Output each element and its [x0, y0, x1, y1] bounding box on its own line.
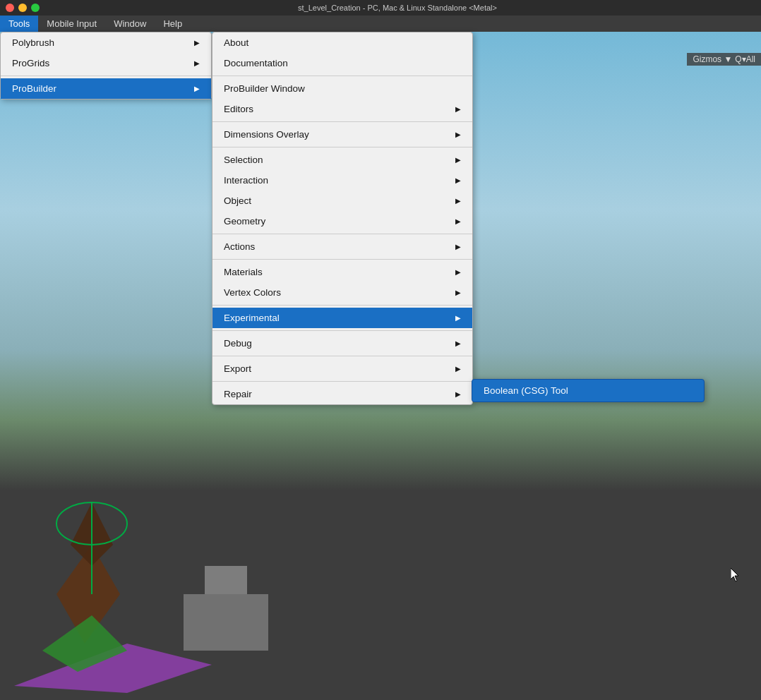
export-item[interactable]: Export ▶: [212, 358, 472, 379]
experimental-submenu: Boolean (CSG) Tool: [472, 379, 705, 402]
pb-divider-9: [212, 381, 472, 382]
close-button[interactable]: [6, 4, 14, 12]
interaction-arrow: ▶: [455, 176, 461, 184]
traffic-lights: [6, 4, 40, 12]
menu-item-tools[interactable]: Tools: [0, 16, 38, 32]
actions-arrow: ▶: [455, 243, 461, 251]
tools-divider-1: [1, 76, 211, 76]
pb-divider-4: [212, 234, 472, 234]
dimensions-overlay-arrow: ▶: [455, 131, 461, 138]
probuilder-arrow: ▶: [194, 85, 200, 92]
selection-arrow: ▶: [455, 156, 461, 164]
pb-divider-1: [212, 76, 472, 76]
progrids-arrow: ▶: [194, 59, 200, 67]
boolean-csg-tool-item[interactable]: Boolean (CSG) Tool: [472, 380, 704, 402]
geometry-item[interactable]: Geometry ▶: [212, 211, 472, 231]
pb-divider-7: [212, 330, 472, 331]
probuilder-item[interactable]: ProBuilder ▶: [1, 78, 211, 99]
probuilder-dropdown: About Documentation ProBuilder Window Ed…: [212, 32, 473, 405]
about-item[interactable]: About: [212, 32, 472, 53]
selection-item[interactable]: Selection ▶: [212, 150, 472, 170]
experimental-item[interactable]: Experimental ▶: [212, 308, 472, 328]
menu-item-help[interactable]: Help: [155, 16, 191, 32]
debug-item[interactable]: Debug ▶: [212, 333, 472, 354]
dimensions-overlay-item[interactable]: Dimensions Overlay ▶: [212, 124, 472, 145]
object-arrow: ▶: [455, 197, 461, 205]
app-menu-bar: Tools Mobile Input Window Help: [0, 16, 761, 32]
title-bar: st_Level_Creation - PC, Mac & Linux Stan…: [0, 0, 761, 16]
menu-item-mobile-input[interactable]: Mobile Input: [38, 16, 105, 32]
probuilder-window-item[interactable]: ProBuilder Window: [212, 78, 472, 99]
gizmos-bar: Gizmos ▼ Q▾All: [687, 53, 761, 66]
documentation-item[interactable]: Documentation: [212, 53, 472, 73]
debug-arrow: ▶: [455, 339, 461, 347]
polybrush-item[interactable]: Polybrush ▶: [1, 32, 211, 53]
repair-item[interactable]: Repair ▶: [212, 384, 472, 404]
editors-arrow: ▶: [455, 105, 461, 113]
vertex-colors-arrow: ▶: [455, 289, 461, 296]
actions-item[interactable]: Actions ▶: [212, 236, 472, 257]
repair-arrow: ▶: [455, 390, 461, 398]
polybrush-arrow: ▶: [194, 39, 200, 47]
experimental-arrow: ▶: [455, 314, 461, 322]
object-item[interactable]: Object ▶: [212, 191, 472, 211]
materials-item[interactable]: Materials ▶: [212, 262, 472, 282]
export-arrow: ▶: [455, 365, 461, 373]
gizmos-button[interactable]: Gizmos ▼: [693, 54, 732, 64]
menu-item-window[interactable]: Window: [105, 16, 155, 32]
pb-divider-2: [212, 121, 472, 122]
pb-divider-6: [212, 305, 472, 306]
maximize-button[interactable]: [31, 4, 40, 12]
geometry-arrow: ▶: [455, 217, 461, 225]
svg-rect-7: [205, 566, 247, 594]
tools-dropdown: Polybrush ▶ ProGrids ▶ ProBuilder ▶: [0, 32, 212, 99]
window-title: st_Level_Creation - PC, Mac & Linux Stan…: [298, 4, 497, 12]
svg-rect-6: [184, 594, 268, 651]
editors-item[interactable]: Editors ▶: [212, 99, 472, 119]
cursor: [731, 568, 742, 582]
interaction-item[interactable]: Interaction ▶: [212, 170, 472, 191]
vertex-colors-item[interactable]: Vertex Colors ▶: [212, 282, 472, 303]
minimize-button[interactable]: [18, 4, 27, 12]
pb-divider-3: [212, 147, 472, 147]
pb-divider-8: [212, 356, 472, 356]
progrids-item[interactable]: ProGrids ▶: [1, 53, 211, 73]
materials-arrow: ▶: [455, 268, 461, 276]
pb-divider-5: [212, 259, 472, 260]
search-button[interactable]: Q▾All: [735, 54, 755, 64]
